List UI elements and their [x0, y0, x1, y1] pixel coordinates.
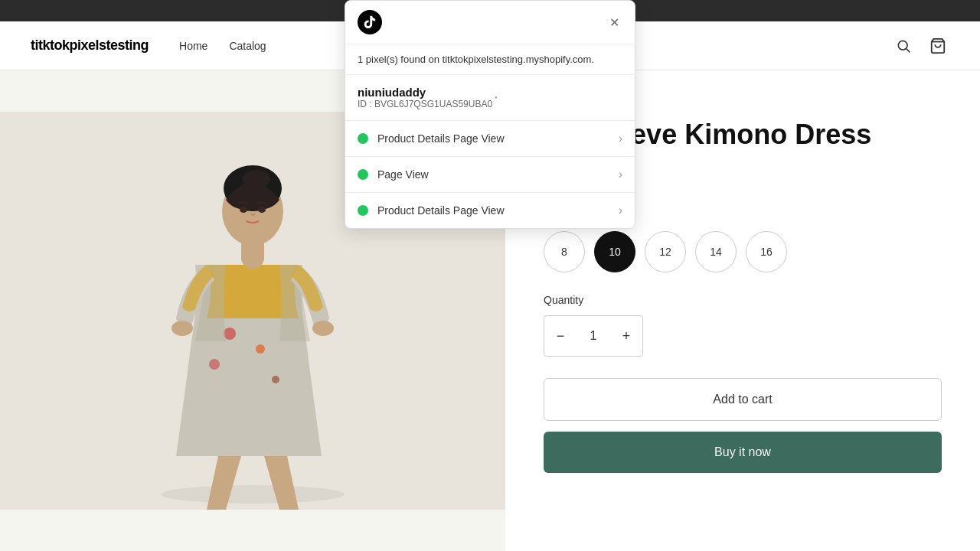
account-info: niuniudaddy ID : BVGL6J7QSG1UAS59UBA0: [358, 86, 492, 109]
event-item-1[interactable]: Page View ›: [345, 157, 635, 193]
account-row: niuniudaddy ID : BVGL6J7QSG1UAS59UBA0 ⬝: [345, 75, 635, 121]
cart-button[interactable]: [926, 34, 949, 57]
svg-point-0: [898, 41, 907, 50]
size-8[interactable]: 8: [544, 231, 585, 272]
size-10[interactable]: 10: [594, 231, 635, 272]
popup-header: ✕: [345, 1, 635, 44]
svg-point-13: [243, 170, 270, 188]
nav-catalog[interactable]: Catalog: [229, 40, 266, 52]
buy-now-button[interactable]: Buy it now: [544, 432, 942, 473]
svg-point-17: [312, 321, 334, 336]
search-icon: [896, 38, 911, 54]
nav-home[interactable]: Home: [179, 40, 207, 52]
svg-point-7: [256, 344, 265, 354]
svg-point-8: [209, 359, 220, 370]
event-name-2: Product Details Page View: [377, 204, 619, 217]
popup-close-button[interactable]: ✕: [606, 12, 622, 33]
tiktok-logo: [358, 10, 382, 34]
size-options: 8 10 12 14 16: [544, 231, 942, 272]
quantity-decrease-button[interactable]: −: [544, 316, 577, 356]
external-link-icon[interactable]: ⬝: [492, 91, 500, 105]
svg-point-16: [172, 321, 193, 336]
svg-point-9: [272, 376, 279, 383]
cart-icon: [929, 37, 946, 54]
svg-line-1: [906, 48, 910, 52]
event-status-dot-0: [358, 133, 368, 144]
event-status-dot-2: [358, 205, 368, 216]
event-item-0[interactable]: Product Details Page View ›: [345, 121, 635, 157]
quantity-value: 1: [577, 329, 610, 343]
pixel-info-text: 1 pixel(s) found on titktokpixelstesting…: [345, 44, 635, 75]
svg-point-5: [161, 485, 345, 504]
size-14[interactable]: 14: [695, 231, 737, 272]
event-chevron-0: ›: [619, 132, 622, 145]
add-to-cart-button[interactable]: Add to cart: [544, 378, 942, 421]
site-logo: titktokpixelstesting: [31, 37, 149, 54]
quantity-label: Quantity: [544, 294, 942, 306]
event-chevron-2: ›: [619, 204, 622, 217]
size-16[interactable]: 16: [746, 231, 787, 272]
header-icons: [893, 34, 949, 57]
event-chevron-1: ›: [619, 168, 622, 181]
event-name-1: Page View: [377, 168, 619, 181]
svg-point-15: [258, 207, 266, 213]
quantity-increase-button[interactable]: +: [610, 316, 642, 356]
event-item-2[interactable]: Product Details Page View ›: [345, 193, 635, 228]
tiktok-logo-icon: [362, 15, 377, 30]
account-name: niuniudaddy: [358, 86, 492, 99]
search-button[interactable]: [893, 35, 914, 57]
event-status-dot-1: [358, 169, 368, 180]
quantity-control: − 1 +: [544, 315, 643, 357]
size-12[interactable]: 12: [645, 231, 686, 272]
account-id: ID : BVGL6J7QSG1UAS59UBA0: [358, 99, 492, 109]
event-list: Product Details Page View › Page View › …: [345, 121, 635, 228]
event-name-0: Product Details Page View: [377, 132, 619, 145]
svg-point-14: [240, 207, 247, 213]
pixel-popup: ✕ 1 pixel(s) found on titktokpixelstesti…: [345, 0, 635, 229]
